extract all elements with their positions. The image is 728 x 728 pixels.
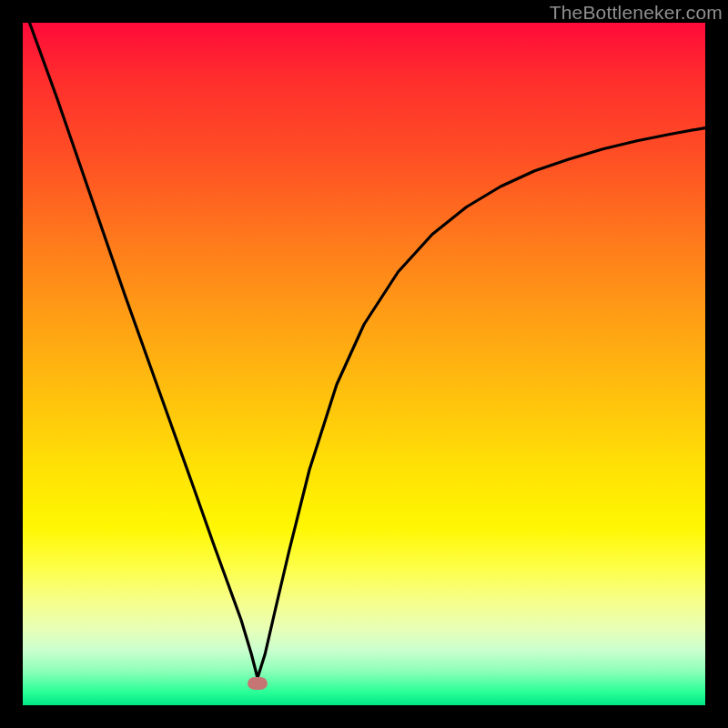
optimum-marker bbox=[248, 677, 268, 690]
curve-svg bbox=[23, 23, 705, 705]
plot-area bbox=[23, 23, 705, 705]
chart-frame: TheBottleneker.com bbox=[0, 0, 728, 728]
watermark-text: TheBottleneker.com bbox=[550, 2, 723, 24]
bottleneck-curve bbox=[30, 23, 706, 678]
